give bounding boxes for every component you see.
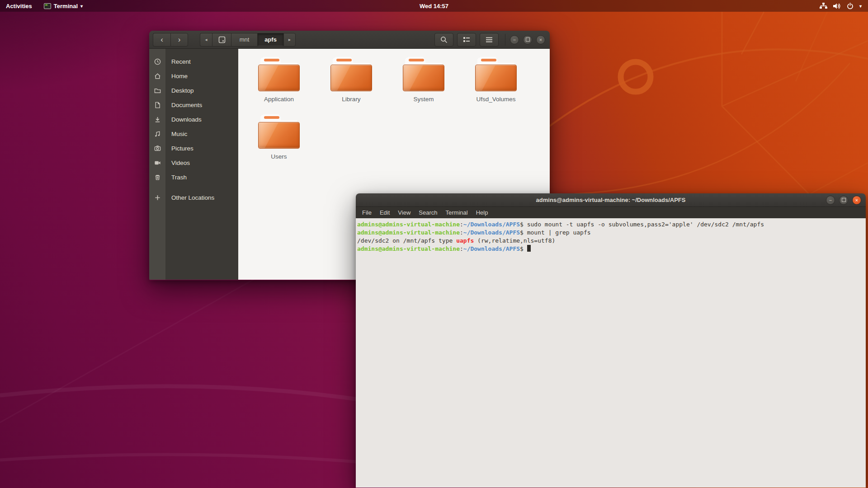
files-maximize-button[interactable] [523, 35, 532, 44]
trash-icon [149, 174, 165, 181]
sidebar-item-home[interactable]: Home [149, 69, 238, 83]
folder-icon [330, 57, 372, 91]
activities-button[interactable]: Activities [0, 0, 38, 12]
sidebar-item-videos[interactable]: Videos [149, 155, 238, 170]
hamburger-menu-icon [486, 37, 493, 42]
chevron-down-icon: ▾ [859, 4, 862, 9]
terminal-maximize-button[interactable] [839, 196, 848, 205]
sidebar-item-label: Videos [171, 160, 190, 166]
system-status-area[interactable]: ▾ [816, 0, 865, 12]
folder-name-label: Users [271, 153, 287, 160]
minimize-icon: − [829, 197, 832, 203]
close-icon: × [855, 197, 858, 203]
sidebar-item-label: Recent [171, 58, 191, 65]
files-close-button[interactable]: × [536, 35, 545, 44]
terminal-menu-help[interactable]: Help [472, 207, 492, 218]
terminal-text-area[interactable]: admins@admins-virtual-machine:~/Download… [356, 218, 866, 488]
files-headerbar[interactable]: ‹ › ◂ mntapfs▸ [149, 31, 550, 49]
terminal-menu-file[interactable]: File [358, 207, 376, 218]
folder-item-library[interactable]: Library [315, 55, 387, 113]
path-scroll-left-button[interactable]: ◂ [200, 33, 212, 47]
sidebar-item-label: Other Locations [171, 194, 214, 201]
path-root-drive-button[interactable] [212, 33, 231, 47]
folder-grid: ApplicationLibrarySystemUfsd_VolumesUser… [243, 55, 532, 170]
folder-item-application[interactable]: Application [243, 55, 315, 113]
sidebar-item-label: Downloads [171, 116, 202, 123]
clock-label: Wed 14:57 [420, 3, 448, 9]
clock-icon [149, 58, 165, 65]
sidebar-item-desktop[interactable]: Desktop [149, 83, 238, 98]
terminal-minimize-button[interactable]: − [826, 196, 835, 205]
forward-icon: › [178, 35, 181, 44]
sidebar-item-trash[interactable]: Trash [149, 170, 238, 184]
terminal-titlebar[interactable]: admins@admins-virtual-machine: ~/Downloa… [356, 193, 866, 207]
document-icon [149, 102, 165, 108]
terminal-menubar: FileEditViewSearchTerminalHelp [356, 207, 866, 218]
sidebar-item-other-locations[interactable]: Other Locations [149, 190, 238, 205]
app-menu-terminal[interactable]: Terminal ▾ [38, 0, 89, 12]
files-minimize-button[interactable]: − [510, 35, 519, 44]
terminal-menu-terminal[interactable]: Terminal [442, 207, 472, 218]
folder-item-users[interactable]: Users [243, 113, 315, 170]
path-segment-mnt[interactable]: mnt [231, 33, 257, 47]
download-icon [149, 116, 165, 123]
search-button[interactable] [434, 33, 453, 47]
terminal-line: admins@admins-virtual-machine:~/Download… [357, 245, 866, 253]
activities-label: Activities [6, 3, 32, 9]
path-prev-icon: ◂ [205, 37, 207, 42]
path-scroll-right-button[interactable]: ▸ [283, 33, 296, 47]
terminal-line: admins@admins-virtual-machine:~/Download… [357, 229, 866, 237]
search-icon [440, 36, 448, 43]
power-icon [847, 3, 854, 9]
sidebar-item-label: Music [171, 131, 187, 137]
sidebar-item-label: Desktop [171, 87, 194, 94]
list-view-icon [463, 37, 470, 43]
network-wired-icon [820, 3, 827, 9]
folder-name-label: Library [342, 96, 360, 103]
sidebar-item-documents[interactable]: Documents [149, 98, 238, 112]
forward-button[interactable]: › [170, 33, 188, 47]
folder-icon [149, 87, 165, 94]
path-segment-apfs[interactable]: apfs [257, 33, 283, 47]
terminal-menu-view[interactable]: View [394, 207, 415, 218]
sidebar-item-label: Pictures [171, 145, 193, 152]
window-menu-button[interactable] [480, 33, 499, 47]
path-next-icon: ▸ [288, 37, 291, 42]
clock-button[interactable]: Wed 14:57 [415, 0, 453, 12]
path-segment-label: apfs [264, 36, 277, 43]
sidebar-item-label: Documents [171, 102, 202, 108]
folder-icon [403, 57, 444, 91]
headerbar-separator [505, 34, 505, 46]
top-bar: Activities Terminal ▾ Wed 14:57 [0, 0, 868, 12]
back-button[interactable]: ‹ [153, 33, 170, 47]
folder-name-label: Ufsd_Volumes [476, 96, 515, 103]
minimize-icon: − [513, 37, 516, 42]
folder-item-ufsd_volumes[interactable]: Ufsd_Volumes [460, 55, 532, 113]
folder-icon [475, 57, 517, 91]
terminal-cursor [527, 245, 531, 252]
terminal-close-button[interactable]: × [852, 196, 861, 205]
terminal-menu-search[interactable]: Search [415, 207, 441, 218]
camera-icon [149, 145, 165, 152]
sidebar-item-music[interactable]: Music [149, 127, 238, 141]
back-icon: ‹ [160, 35, 163, 44]
sidebar-item-label: Home [171, 73, 188, 80]
terminal-app-icon [44, 3, 51, 9]
sidebar-item-recent[interactable]: Recent [149, 54, 238, 69]
files-sidebar: RecentHomeDesktopDocumentsDownloadsMusic… [149, 49, 238, 280]
folder-item-system[interactable]: System [387, 55, 460, 113]
close-icon: × [539, 37, 542, 42]
sidebar-item-pictures[interactable]: Pictures [149, 141, 238, 155]
folder-name-label: Application [264, 96, 294, 103]
path-segment-label: mnt [240, 36, 250, 43]
terminal-menu-edit[interactable]: Edit [376, 207, 394, 218]
sidebar-item-downloads[interactable]: Downloads [149, 112, 238, 127]
terminal-window: admins@admins-virtual-machine: ~/Downloa… [356, 193, 866, 488]
terminal-title: admins@admins-virtual-machine: ~/Downloa… [536, 197, 686, 203]
view-toggle-button[interactable] [457, 33, 476, 47]
terminal-line: admins@admins-virtual-machine:~/Download… [357, 221, 866, 229]
volume-icon [833, 3, 841, 9]
sidebar-item-label: Trash [171, 174, 187, 181]
folder-icon [258, 114, 300, 149]
terminal-line: /dev/sdc2 on /mnt/apfs type uapfs (rw,re… [357, 237, 866, 245]
